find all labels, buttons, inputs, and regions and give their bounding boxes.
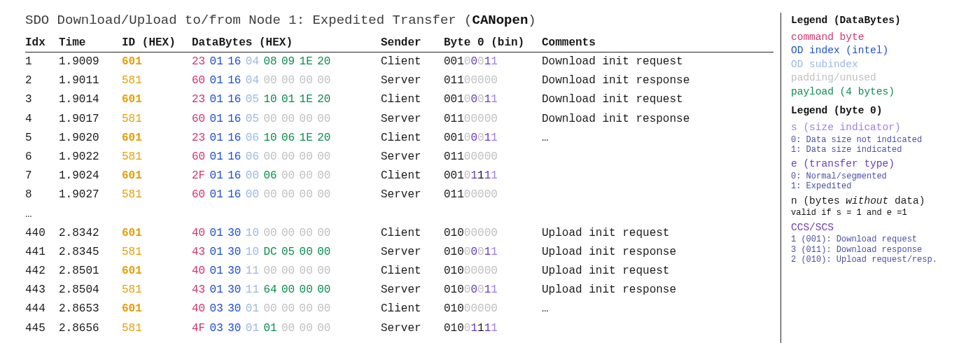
bit-group: 0: [477, 74, 484, 87]
hex-byte: 43: [192, 244, 210, 260]
bit-group: 1: [484, 246, 491, 258]
bit-group: 0: [464, 302, 471, 315]
legend-databytes-title: Legend (DataBytes): [791, 14, 966, 28]
hex-byte: 10: [246, 225, 264, 241]
hex-byte: 01: [210, 282, 228, 298]
bit-group: 0: [484, 188, 491, 201]
table-row: 71.90246012F01160006000000Client00101111: [25, 167, 774, 186]
table-row: 4422.85016014001301100000000Client010000…: [25, 262, 774, 281]
hex-byte: 60: [192, 111, 210, 127]
hex-byte: 30: [227, 225, 246, 241]
col-sender: Sender: [381, 35, 444, 52]
bit-group: 0: [464, 227, 471, 239]
cell-comment: Download init response: [542, 110, 774, 129]
hex-byte: 06: [246, 149, 264, 165]
hex-byte: 1E: [300, 54, 318, 70]
bit-group: 1: [484, 55, 491, 68]
legend-index: OD index (intel): [791, 44, 966, 58]
bit-group: 010: [444, 246, 464, 258]
legend-n-label: n (bytes without data): [791, 195, 966, 209]
cell-comment: Upload init response: [542, 243, 774, 262]
hex-byte: 00: [300, 187, 318, 203]
hex-byte: 05: [246, 92, 264, 108]
cell-comment: [542, 186, 774, 204]
hex-byte: 20: [317, 92, 335, 108]
bit-group: 1: [470, 322, 477, 335]
cell-idx: 445: [25, 319, 59, 338]
bit-group: 0: [470, 93, 477, 106]
hex-byte: 00: [281, 73, 300, 89]
hex-byte: 00: [263, 301, 281, 317]
cell-byte0: 01100000: [444, 186, 542, 204]
cell-id: 581: [122, 281, 192, 300]
bit-group: 1: [491, 169, 498, 182]
cell-comment: [542, 319, 774, 338]
bit-group: 0: [484, 227, 491, 239]
cell-comment: Download init response: [542, 71, 774, 90]
hex-byte: 1E: [300, 92, 318, 108]
bit-group: 010: [444, 227, 464, 239]
cell-id: 601: [122, 300, 192, 318]
hex-byte: 00: [317, 301, 335, 317]
hex-byte: 40: [192, 225, 210, 241]
bit-group: 001: [444, 132, 464, 144]
hex-byte: 04: [246, 54, 264, 70]
cell-sender: Client: [381, 129, 444, 148]
cell-id: 601: [122, 52, 192, 72]
hex-byte: 01: [210, 225, 228, 241]
bit-group: 0: [477, 284, 484, 296]
hex-byte: 00: [281, 321, 300, 337]
bit-group: 011: [444, 113, 464, 125]
hex-byte: 09: [281, 54, 300, 70]
bit-group: 0: [477, 302, 484, 315]
hex-byte: 00: [300, 111, 318, 127]
hex-byte: 00: [300, 301, 318, 317]
cell-comment: Upload init request: [542, 224, 774, 243]
cell-id: 581: [122, 319, 192, 338]
bit-group: 0: [477, 227, 484, 239]
bit-group: 0: [470, 227, 477, 239]
bit-group: 0: [464, 322, 471, 335]
hex-byte: 30: [227, 282, 246, 298]
cell-comment: Download init request: [542, 90, 774, 109]
bit-group: 0: [470, 74, 477, 87]
cell-idx: 440: [25, 224, 59, 243]
bit-group: 011: [444, 150, 464, 163]
legend-byte0-title: Legend (byte 0): [791, 104, 966, 118]
bit-group: 0: [477, 246, 484, 258]
bit-group: 0: [470, 302, 477, 315]
cell-time: 2.8656: [59, 319, 122, 338]
hex-byte: 06: [263, 168, 281, 184]
cell-sender: Client: [381, 90, 444, 109]
hex-byte: 16: [227, 130, 246, 146]
hex-byte: 00: [317, 73, 335, 89]
hex-byte: 00: [317, 111, 335, 127]
hex-byte: 06: [246, 130, 264, 146]
cell-id: 601: [122, 262, 192, 281]
hex-byte: 11: [246, 263, 264, 279]
bit-group: 0: [464, 188, 471, 201]
bit-group: 0: [491, 227, 498, 239]
col-time: Time: [59, 35, 122, 52]
cell-databytes: 4F03300101000000: [192, 319, 381, 338]
cell-comment: …: [542, 129, 774, 148]
table-row: 81.90275816001160000000000Server01100000: [25, 186, 774, 204]
bit-group: 0: [464, 265, 471, 277]
hex-byte: 2F: [192, 168, 210, 184]
bit-group: 1: [484, 322, 491, 335]
hex-byte: 00: [317, 321, 335, 337]
bit-group: 0: [477, 150, 484, 163]
hex-byte: 30: [227, 244, 246, 260]
bit-group: 0: [484, 113, 491, 125]
hex-byte: 30: [227, 301, 246, 317]
hex-byte: 00: [300, 263, 318, 279]
hex-byte: 60: [192, 149, 210, 165]
bit-group: 1: [484, 284, 491, 296]
legend-sub: OD subindex: [791, 58, 966, 72]
hex-byte: 10: [263, 92, 281, 108]
bit-group: 010: [444, 322, 464, 335]
cell-idx: 442: [25, 262, 59, 281]
bit-group: 0: [464, 246, 471, 258]
bit-group: 1: [484, 169, 491, 182]
hex-byte: 00: [263, 73, 281, 89]
